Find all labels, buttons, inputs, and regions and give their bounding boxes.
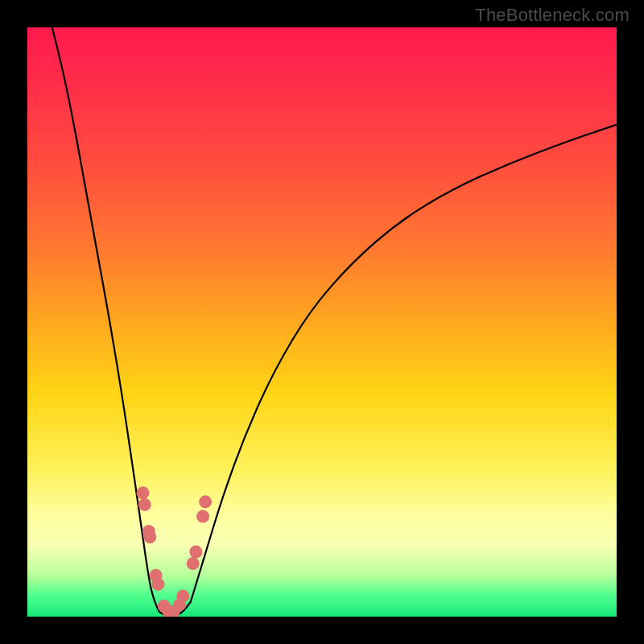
marker-dot xyxy=(138,498,151,511)
marker-dot xyxy=(187,557,200,570)
marker-group xyxy=(137,486,213,617)
marker-dot xyxy=(176,589,189,602)
marker-dot xyxy=(196,510,209,523)
curve-path xyxy=(52,27,617,616)
chart-frame: TheBottleneck.com xyxy=(0,0,644,644)
marker-dot xyxy=(137,486,150,499)
marker-dot xyxy=(199,495,212,508)
marker-dot xyxy=(189,546,202,559)
marker-dot xyxy=(143,530,156,543)
plot-area xyxy=(27,27,617,617)
bottleneck-curve xyxy=(27,27,617,617)
marker-dot xyxy=(152,578,165,591)
watermark-text: TheBottleneck.com xyxy=(475,5,630,26)
